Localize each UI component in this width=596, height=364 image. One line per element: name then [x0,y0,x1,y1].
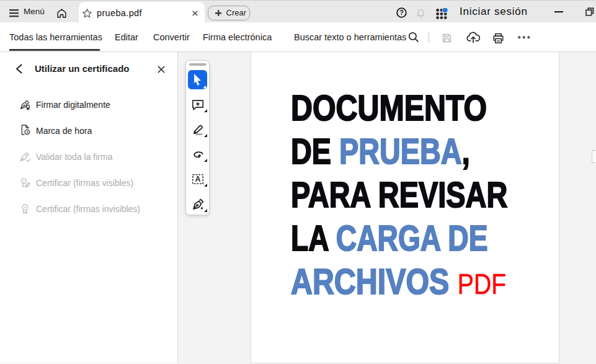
svg-text:A: A [195,175,201,184]
svg-text:?: ? [399,9,404,16]
